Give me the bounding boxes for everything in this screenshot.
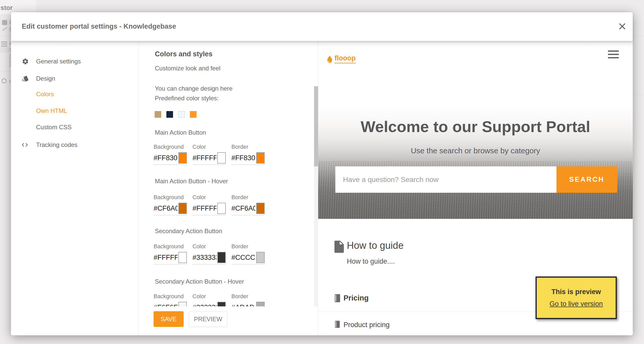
predefined-style-swatch[interactable] <box>155 111 161 118</box>
preview-badge-text: This is preview <box>551 288 601 296</box>
hex-value[interactable]: #CCCCCC <box>231 254 255 262</box>
color-input[interactable]: #FF8300 <box>154 152 187 165</box>
field-label: Border <box>231 293 265 300</box>
search-button[interactable]: SEARCH <box>556 166 617 193</box>
color-input[interactable]: #FF8300 <box>231 152 265 165</box>
sidebar-item-custom-css[interactable]: Custom CSS <box>11 123 138 132</box>
code-icon <box>21 141 28 148</box>
color-swatch[interactable] <box>256 203 265 214</box>
sidebar-item-design[interactable]: Design <box>11 74 138 83</box>
color-swatch[interactable] <box>178 152 187 164</box>
color-swatch[interactable] <box>217 203 226 214</box>
color-input[interactable]: #FFFFFF <box>192 203 226 215</box>
color-field-background: Background #FF8300 <box>154 144 187 165</box>
color-input[interactable]: #333333 <box>192 252 226 264</box>
hex-value[interactable]: #FFFFFF <box>192 154 217 162</box>
sidebar-item-label: Design <box>36 75 55 82</box>
panel-footer: SAVE PREVIEW <box>139 306 314 335</box>
color-field-border: Border #CCCCCC <box>231 243 265 264</box>
portal-logo[interactable]: flooop <box>327 54 356 63</box>
color-input[interactable]: #CF6A00 <box>231 203 265 215</box>
sidebar-item-label: Custom CSS <box>36 124 72 131</box>
color-field-border: Border #CF6A00 <box>231 194 265 215</box>
color-swatch[interactable] <box>178 252 187 263</box>
field-label: Background <box>154 243 187 250</box>
section-label: Main Action Button <box>155 129 206 136</box>
hamburger-menu-icon[interactable] <box>608 50 619 60</box>
divider <box>633 36 644 36</box>
color-input[interactable]: #FFFFFF <box>192 152 226 165</box>
color-field-background: Background #FFFFFF <box>154 243 187 264</box>
color-swatch[interactable] <box>256 152 265 164</box>
save-button[interactable]: SAVE <box>154 311 184 327</box>
go-to-live-version-link[interactable]: Go to live version <box>550 300 603 308</box>
field-label: Color <box>192 144 226 150</box>
color-field-color: Color #FFFFFF <box>192 194 226 215</box>
hex-value[interactable]: #CF6A00 <box>231 205 255 212</box>
hero-title: Welcome to our Support Portal <box>318 118 633 136</box>
book-icon <box>334 320 341 328</box>
panel-hint: You can change design here <box>155 85 232 92</box>
subcategory-title[interactable]: Product pricing <box>344 321 390 329</box>
preview-button[interactable]: PREVIEW <box>189 311 227 327</box>
color-input[interactable]: #CF6A00 <box>154 203 187 215</box>
color-field-border: Border #FF8300 <box>231 144 265 165</box>
color-field-row: Background #FFFFFF Color #333333 Border <box>154 243 265 264</box>
field-label: Background <box>154 144 187 150</box>
color-input[interactable]: #CCCCCC <box>231 252 265 264</box>
dialog-header: Edit customer portal settings - Knowledg… <box>11 12 633 41</box>
hex-value[interactable]: #FFFFFF <box>192 205 217 212</box>
section-label: Secondary Action Button - Hover <box>155 278 244 285</box>
background-title-fragment: stor <box>1 4 13 12</box>
hex-value[interactable]: #FFFFFF <box>154 254 178 262</box>
color-field-row: Background #FF8300 Color #FFFFFF Border <box>154 144 265 165</box>
field-label: Color <box>192 243 226 250</box>
predefined-style-swatch[interactable] <box>190 111 197 118</box>
dialog-title: Edit customer portal settings - Knowledg… <box>22 23 176 30</box>
color-swatch[interactable] <box>217 152 226 164</box>
settings-nav: General settings Design Colors Own HTML … <box>11 41 139 335</box>
field-label: Color <box>192 194 226 201</box>
color-input[interactable]: #FFFFFF <box>154 252 187 264</box>
color-swatch[interactable] <box>178 203 187 214</box>
sidebar-item-own-html[interactable]: Own HTML <box>11 106 138 115</box>
color-swatch[interactable] <box>217 252 226 263</box>
background-nav-icon <box>2 78 7 83</box>
sidebar-item-general-settings[interactable]: General settings <box>11 57 138 66</box>
predefined-style-swatch[interactable] <box>178 111 185 118</box>
panel-title: Colors and styles <box>155 50 212 58</box>
color-field-background: Background #CF6A00 <box>154 194 187 215</box>
sidebar-item-colors[interactable]: Colors <box>11 90 138 99</box>
logo-text: flooop <box>335 54 356 63</box>
preview-mode-badge: This is preview Go to live version <box>535 276 617 319</box>
divider <box>0 36 11 36</box>
field-label: Border <box>231 144 265 150</box>
gear-icon <box>22 58 29 65</box>
hex-value[interactable]: #FF8300 <box>231 154 255 162</box>
background-nav-icon <box>2 20 7 25</box>
color-field-color: Color #333333 <box>192 243 226 264</box>
sidebar-item-label: General settings <box>36 58 81 65</box>
scrollbar-track[interactable] <box>314 86 318 306</box>
section-label: Secondary Action Button <box>155 228 222 235</box>
field-label: Border <box>231 243 265 250</box>
category-title[interactable]: Pricing <box>344 294 369 302</box>
colors-and-styles-panel: Colors and styles Customize look and fee… <box>139 41 318 335</box>
predefined-style-swatch[interactable] <box>166 111 173 118</box>
hex-value[interactable]: #FF8300 <box>154 154 178 162</box>
search-input[interactable] <box>335 166 556 193</box>
sidebar-item-tracking-codes[interactable]: Tracking codes <box>11 140 138 149</box>
close-icon[interactable] <box>618 22 627 31</box>
article-title[interactable]: How to guide <box>347 240 404 251</box>
section-label: Main Action Button - Hover <box>155 178 228 185</box>
portal-preview: flooop Welcome to our Support Portal Use… <box>318 41 633 335</box>
hex-value[interactable]: #333333 <box>192 254 217 262</box>
hex-value[interactable]: #CF6A00 <box>154 205 178 212</box>
background-nav-icon <box>1 41 7 47</box>
field-label: Background <box>154 194 187 201</box>
panel-subtitle: Customize look and feel <box>155 65 220 72</box>
sidebar-item-label: Own HTML <box>36 107 67 114</box>
field-label: Background <box>154 293 187 300</box>
color-swatch[interactable] <box>256 252 265 263</box>
scrollbar-thumb[interactable] <box>314 86 318 166</box>
